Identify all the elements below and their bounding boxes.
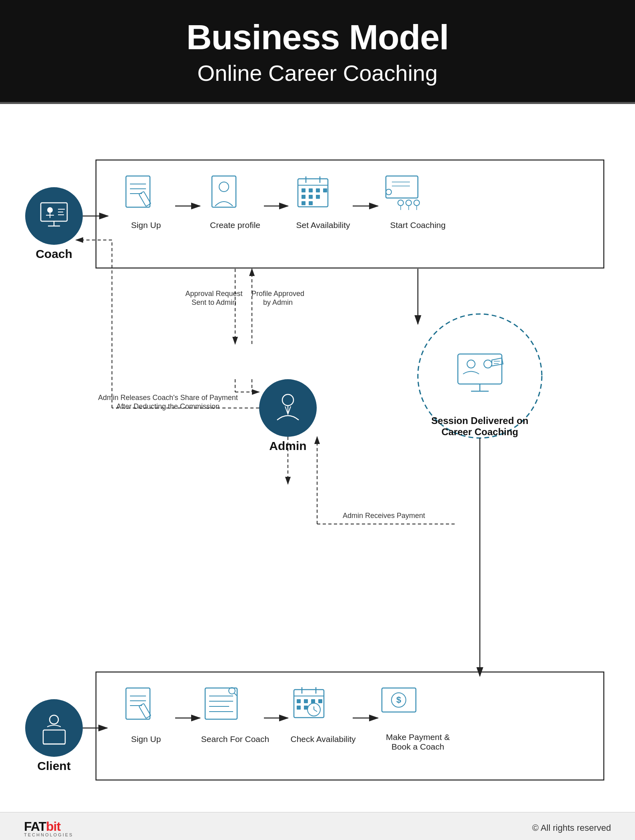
svg-text:Coach: Coach <box>36 247 72 260</box>
svg-text:Search For Coach: Search For Coach <box>201 734 269 744</box>
svg-rect-39 <box>386 176 418 198</box>
svg-text:Make Payment &: Make Payment & <box>386 732 450 742</box>
main-content: Coach Sign Up Create profile <box>0 104 635 812</box>
svg-point-21 <box>219 182 229 192</box>
svg-rect-35 <box>302 201 306 205</box>
brand-bit: bit <box>46 819 60 834</box>
svg-rect-31 <box>323 188 327 192</box>
svg-rect-114 <box>311 699 315 703</box>
svg-text:Sign Up: Sign Up <box>131 734 161 744</box>
svg-rect-85 <box>96 672 604 780</box>
footer-brand-area: FATbit TECHNOLOGIES <box>24 819 73 837</box>
svg-point-5 <box>47 207 53 213</box>
svg-text:Session Delivered on: Session Delivered on <box>431 415 529 426</box>
svg-point-44 <box>406 200 411 206</box>
svg-point-74 <box>484 360 492 368</box>
svg-text:Profile Approved: Profile Approved <box>252 290 304 298</box>
svg-text:Approval Request: Approval Request <box>185 290 242 298</box>
svg-rect-30 <box>316 188 320 192</box>
svg-point-104 <box>229 688 235 694</box>
brand-fat: FAT <box>24 819 46 834</box>
header-subtitle: Online Career Coaching <box>8 60 627 86</box>
svg-rect-113 <box>304 699 308 703</box>
svg-text:After Deducting the Commission: After Deducting the Commission <box>116 402 220 410</box>
header-title: Business Model <box>8 18 627 57</box>
svg-line-105 <box>234 693 237 696</box>
svg-point-43 <box>398 200 403 206</box>
svg-text:$: $ <box>396 695 401 705</box>
svg-rect-13 <box>126 176 150 207</box>
svg-text:Admin Releases Coach's Share o: Admin Releases Coach's Share of Payment <box>98 394 238 402</box>
svg-point-86 <box>25 699 83 757</box>
svg-rect-33 <box>309 195 313 199</box>
svg-rect-32 <box>302 195 306 199</box>
svg-text:by Admin: by Admin <box>263 298 293 306</box>
svg-text:Set Availability: Set Availability <box>296 220 350 230</box>
svg-text:Admin Receives Payment: Admin Receives Payment <box>343 512 425 520</box>
svg-rect-99 <box>205 688 237 719</box>
svg-rect-28 <box>302 188 306 192</box>
svg-rect-0 <box>96 160 604 268</box>
svg-rect-112 <box>297 699 301 703</box>
svg-point-73 <box>467 360 475 368</box>
svg-text:Career Coaching: Career Coaching <box>441 426 518 437</box>
svg-point-42 <box>386 189 391 195</box>
header: Business Model Online Career Coaching <box>0 0 635 102</box>
svg-text:Create profile: Create profile <box>210 220 260 230</box>
svg-rect-92 <box>126 688 150 719</box>
svg-rect-36 <box>309 201 313 205</box>
svg-text:Start Coaching: Start Coaching <box>390 220 446 230</box>
svg-text:Book a Coach: Book a Coach <box>391 742 444 751</box>
svg-text:Check Availability: Check Availability <box>290 734 356 744</box>
svg-rect-34 <box>316 195 320 199</box>
svg-rect-29 <box>309 188 313 192</box>
svg-text:Sign Up: Sign Up <box>131 220 161 230</box>
svg-text:Client: Client <box>37 759 70 772</box>
svg-rect-70 <box>458 354 502 384</box>
footer: FATbit TECHNOLOGIES © All rights reserve… <box>0 812 635 840</box>
svg-rect-116 <box>297 706 301 710</box>
footer-copyright: © All rights reserved <box>532 823 611 833</box>
svg-rect-115 <box>318 699 322 703</box>
footer-technologies: TECHNOLOGIES <box>24 832 73 837</box>
svg-point-45 <box>414 200 419 206</box>
svg-point-1 <box>25 187 83 245</box>
svg-text:Sent to Admin: Sent to Admin <box>192 298 236 306</box>
